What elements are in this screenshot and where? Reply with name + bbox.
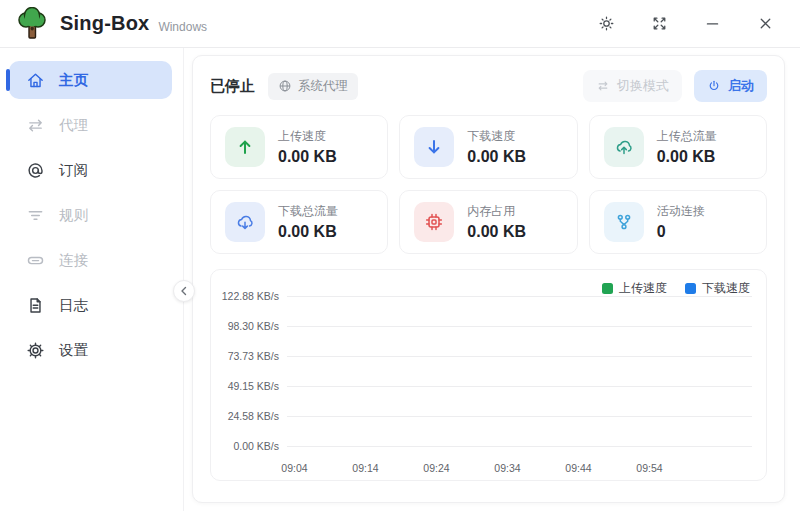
stat-card-memory: 内存占用 0.00 KB <box>399 190 577 254</box>
titlebar: Sing-Box Windows <box>0 0 800 48</box>
dashboard-panel: 已停止 系统代理 切换模式 <box>192 55 785 503</box>
x-tick-label: 09:54 <box>614 462 685 474</box>
app-logo-tree-icon <box>16 7 48 41</box>
sidebar-item-proxy[interactable]: 代理 <box>9 106 172 144</box>
stat-label: 内存占用 <box>467 203 526 220</box>
chevron-left-icon <box>179 286 189 296</box>
stat-label: 上传速度 <box>278 128 337 145</box>
arrow-down-icon <box>424 137 444 157</box>
expand-icon <box>651 15 668 32</box>
cloud-download-icon <box>235 212 255 232</box>
sidebar-item-label: 主页 <box>59 71 88 90</box>
status-bar: 已停止 系统代理 切换模式 <box>210 69 767 103</box>
sidebar-item-label: 订阅 <box>59 161 88 180</box>
minimize-button[interactable] <box>695 9 729 39</box>
x-tick-label: 09:04 <box>259 462 330 474</box>
filter-icon <box>26 206 45 225</box>
legend-label: 上传速度 <box>619 280 667 297</box>
at-sign-icon <box>26 161 45 180</box>
stat-value: 0.00 KB <box>278 148 337 166</box>
stat-label: 活动连接 <box>657 203 705 220</box>
y-tick-label: 49.15 KB/s <box>221 380 279 392</box>
chart-x-axis: 09:04 09:14 09:24 09:34 09:44 09:54 <box>259 462 752 474</box>
system-proxy-label: 系统代理 <box>298 78 348 95</box>
close-icon <box>757 15 774 32</box>
sidebar-item-label: 设置 <box>59 341 88 360</box>
stat-card-upload-speed: 上传速度 0.00 KB <box>210 115 388 179</box>
fullscreen-button[interactable] <box>642 9 676 39</box>
app-subtitle: Windows <box>158 20 207 34</box>
sidebar-item-label: 连接 <box>59 251 88 270</box>
stat-value: 0.00 KB <box>467 223 526 241</box>
y-tick-label: 24.58 KB/s <box>221 410 279 422</box>
x-tick-label: 09:14 <box>330 462 401 474</box>
y-tick-label: 73.73 KB/s <box>221 350 279 362</box>
cloud-upload-icon <box>614 137 634 157</box>
chart-grid-row: 24.58 KB/s <box>221 401 752 431</box>
home-icon <box>26 71 45 90</box>
switch-mode-label: 切换模式 <box>617 77 669 95</box>
chart-grid-row: 49.15 KB/s <box>221 371 752 401</box>
collapse-sidebar-button[interactable] <box>173 280 195 302</box>
stat-label: 下载总流量 <box>278 203 338 220</box>
stat-card-total-upload: 上传总流量 0.00 KB <box>589 115 767 179</box>
start-label: 启动 <box>728 77 754 95</box>
start-button[interactable]: 启动 <box>694 70 767 102</box>
sidebar-item-label: 规则 <box>59 206 88 225</box>
main-area: 已停止 系统代理 切换模式 <box>184 48 800 511</box>
chip-icon <box>424 212 444 232</box>
x-tick-label: 09:34 <box>472 462 543 474</box>
x-tick-label: 09:44 <box>543 462 614 474</box>
stat-label: 上传总流量 <box>657 128 717 145</box>
globe-icon <box>278 79 292 93</box>
power-icon <box>707 79 721 93</box>
y-tick-label: 98.30 KB/s <box>221 320 279 332</box>
sidebar: 主页 代理 订阅 规则 连 <box>0 48 184 511</box>
sidebar-item-label: 代理 <box>59 116 88 135</box>
stats-grid: 上传速度 0.00 KB 下载速度 0.00 KB <box>210 115 767 254</box>
chart-grid-row: 0.00 KB/s <box>221 431 752 461</box>
sun-icon <box>598 15 615 32</box>
switch-mode-button[interactable]: 切换模式 <box>583 70 682 102</box>
status-text: 已停止 <box>210 77 255 96</box>
y-tick-label: 0.00 KB/s <box>221 440 279 452</box>
link-icon <box>26 251 45 270</box>
close-button[interactable] <box>748 9 782 39</box>
branch-icon <box>614 212 634 232</box>
chart-grid-row: 98.30 KB/s <box>221 311 752 341</box>
document-icon <box>26 296 45 315</box>
sidebar-item-connections[interactable]: 连接 <box>9 241 172 279</box>
stat-value: 0 <box>657 223 705 241</box>
gear-icon <box>26 341 45 360</box>
sidebar-item-home[interactable]: 主页 <box>9 61 172 99</box>
chart-legend: 上传速度 下载速度 <box>602 280 750 297</box>
stat-card-active-connections: 活动连接 0 <box>589 190 767 254</box>
stat-value: 0.00 KB <box>467 148 526 166</box>
legend-swatch-upload <box>602 283 613 294</box>
x-tick-label: 09:24 <box>401 462 472 474</box>
stat-value: 0.00 KB <box>657 148 717 166</box>
switch-mode-icon <box>596 79 610 93</box>
legend-swatch-download <box>685 283 696 294</box>
speed-chart: 上传速度 下载速度 122.88 KB/s 98.30 KB/s 73.73 K… <box>210 269 767 481</box>
system-proxy-badge[interactable]: 系统代理 <box>268 73 358 100</box>
chart-grid-row: 73.73 KB/s <box>221 341 752 371</box>
app-title: Sing-Box <box>60 12 149 35</box>
legend-upload[interactable]: 上传速度 <box>602 280 667 297</box>
sidebar-item-rules[interactable]: 规则 <box>9 196 172 234</box>
minimize-icon <box>704 15 721 32</box>
arrow-up-icon <box>235 137 255 157</box>
sidebar-item-settings[interactable]: 设置 <box>9 331 172 369</box>
sidebar-item-subscriptions[interactable]: 订阅 <box>9 151 172 189</box>
swap-arrows-icon <box>26 116 45 135</box>
legend-download[interactable]: 下载速度 <box>685 280 750 297</box>
sidebar-item-logs[interactable]: 日志 <box>9 286 172 324</box>
stat-value: 0.00 KB <box>278 223 338 241</box>
sidebar-item-label: 日志 <box>59 296 88 315</box>
stat-card-download-speed: 下载速度 0.00 KB <box>399 115 577 179</box>
stat-card-total-download: 下载总流量 0.00 KB <box>210 190 388 254</box>
theme-toggle-button[interactable] <box>589 9 623 39</box>
y-tick-label: 122.88 KB/s <box>221 290 279 302</box>
stat-label: 下载速度 <box>467 128 526 145</box>
legend-label: 下载速度 <box>702 280 750 297</box>
